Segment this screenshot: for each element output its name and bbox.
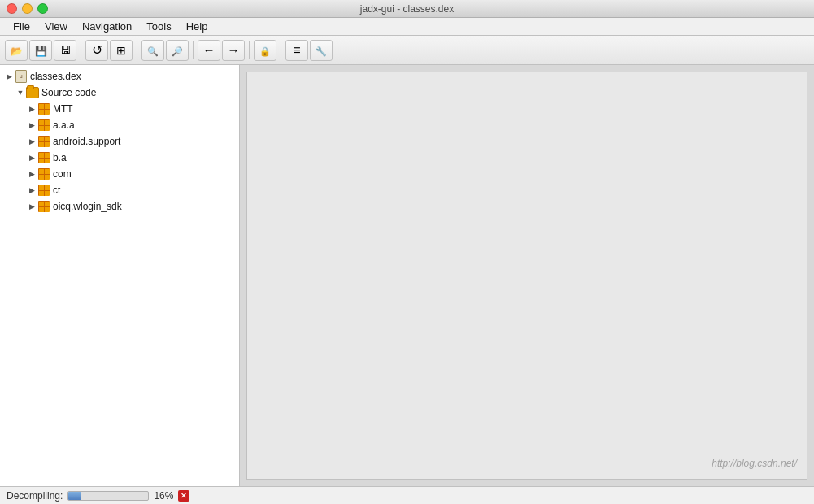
tree-label-oicq: oicq.wlogin_sdk <box>53 201 122 212</box>
tree-arrow-oicq <box>26 201 37 212</box>
tree-item-mtt[interactable]: MTT <box>0 101 239 117</box>
tree-source-code[interactable]: Source code <box>0 85 239 101</box>
progress-text: 16% <box>154 490 173 502</box>
tree-arrow-mtt <box>26 103 37 115</box>
tree-label-ba: b.a <box>53 152 67 163</box>
menu-view[interactable]: View <box>38 19 74 34</box>
main-content: d classes.dex Source code MTT a <box>0 65 814 486</box>
decompile-button[interactable] <box>285 40 308 61</box>
nav-forward-button[interactable] <box>222 40 245 61</box>
save2-icon: 🖫 <box>60 44 71 56</box>
tree-label-ct: ct <box>53 185 60 196</box>
tree-label-android-support: android.support <box>53 136 120 147</box>
window-title: jadx-gui - classes.dex <box>360 3 454 15</box>
tree-arrow-source <box>15 87 26 98</box>
tree-label-com: com <box>53 168 72 180</box>
cancel-button[interactable] <box>178 490 189 502</box>
menu-file[interactable]: File <box>7 19 37 34</box>
separator-3 <box>193 41 194 59</box>
tree-item-oicq[interactable]: oicq.wlogin_sdk <box>0 198 239 215</box>
sync-icon <box>116 44 126 57</box>
open-icon <box>11 44 23 57</box>
tree-arrow-android-support <box>26 136 37 147</box>
tree-item-ct[interactable]: ct <box>0 182 239 198</box>
package-icon-ct <box>37 184 50 197</box>
tree-item-android-support[interactable]: android.support <box>0 133 239 150</box>
package-icon-com <box>37 167 50 180</box>
tree-arrow-aaa <box>26 119 37 131</box>
package-icon-mtt <box>37 102 50 115</box>
source-code-icon <box>26 86 39 99</box>
maximize-button[interactable] <box>37 3 48 14</box>
menu-bar: File View Navigation Tools Help <box>0 18 814 36</box>
menu-navigation[interactable]: Navigation <box>76 19 138 34</box>
tree-arrow-ba <box>26 152 37 163</box>
search-adv-button[interactable] <box>166 40 189 61</box>
lock-button[interactable] <box>254 40 276 61</box>
settings-icon <box>316 44 327 57</box>
nav-forward-icon <box>228 43 240 57</box>
progress-bar <box>67 491 149 501</box>
file-tree-panel: d classes.dex Source code MTT a <box>0 65 240 486</box>
decompile-icon <box>293 43 300 58</box>
package-icon-aaa <box>37 119 50 132</box>
menu-tools[interactable]: Tools <box>140 19 177 34</box>
progress-bar-fill <box>68 492 81 500</box>
close-button[interactable] <box>7 3 17 14</box>
package-icon-oicq <box>37 200 50 213</box>
reload-icon <box>92 42 102 58</box>
tree-source-label: Source code <box>41 87 96 98</box>
save-icon <box>35 44 47 57</box>
tree-label-mtt: MTT <box>53 103 73 115</box>
search-button[interactable] <box>141 40 164 61</box>
dex-file-icon: d <box>15 70 28 83</box>
tree-arrow-ct <box>26 185 37 196</box>
tree-item-aaa[interactable]: a.a.a <box>0 117 239 133</box>
tree-arrow-com <box>26 168 37 180</box>
settings-button[interactable] <box>310 40 333 61</box>
separator-4 <box>249 41 250 59</box>
editor-area: http://blog.csdn.net/ <box>246 72 807 480</box>
menu-help[interactable]: Help <box>180 19 215 34</box>
open-button[interactable] <box>5 40 28 61</box>
separator-2 <box>137 41 137 59</box>
status-bar: Decompiling: 16% <box>0 486 814 504</box>
save-button[interactable]: 🖫 <box>54 40 76 61</box>
back-button[interactable] <box>85 40 108 61</box>
tree-root-label: classes.dex <box>30 71 81 82</box>
search-icon <box>147 44 159 57</box>
tree-item-ba[interactable]: b.a <box>0 150 239 166</box>
decompiling-label: Decompiling: <box>7 490 63 502</box>
tree-label-aaa: a.a.a <box>53 119 75 131</box>
tree-item-com[interactable]: com <box>0 166 239 182</box>
separator-1 <box>81 41 81 59</box>
nav-back-button[interactable] <box>198 40 220 61</box>
tree-root[interactable]: d classes.dex <box>0 68 239 85</box>
minimize-button[interactable] <box>22 3 33 14</box>
package-icon-ba <box>37 151 50 164</box>
editor-panel: http://blog.csdn.net/ <box>240 65 814 486</box>
lock-icon <box>259 44 271 57</box>
window-controls <box>7 3 48 14</box>
title-bar: jadx-gui - classes.dex <box>0 0 814 18</box>
package-icon-android-support <box>37 135 50 148</box>
tree-arrow-root <box>3 71 15 82</box>
separator-5 <box>281 41 281 59</box>
nav-back-icon <box>203 43 215 57</box>
save-all-button[interactable] <box>29 40 52 61</box>
search-adv-icon <box>172 44 183 57</box>
watermark-text: http://blog.csdn.net/ <box>712 458 797 469</box>
toolbar: 🖫 <box>0 36 814 65</box>
sync-button[interactable] <box>110 40 133 61</box>
